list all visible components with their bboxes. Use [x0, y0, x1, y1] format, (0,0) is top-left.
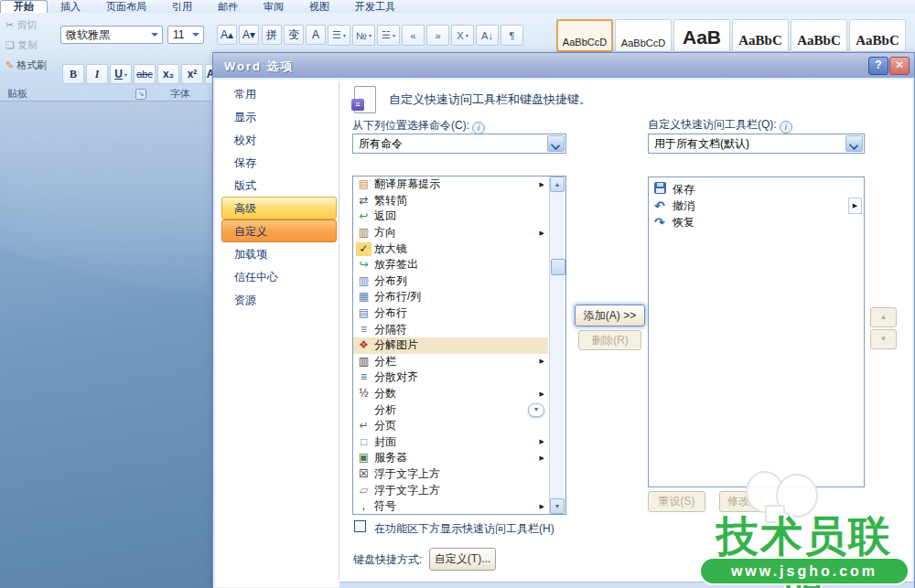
command-item[interactable]: ▥ 方向 ▶ ▼	[353, 225, 548, 241]
font-size-button[interactable]: A▴	[217, 25, 237, 45]
customize-shortcuts-button[interactable]: 自定义(T)...	[429, 548, 496, 571]
paragraph-button[interactable]: A↓▾	[476, 25, 499, 46]
paragraph-button[interactable]: X▾	[451, 25, 474, 46]
ribbon-tab[interactable]: 开始	[0, 0, 48, 13]
scroll-down-icon[interactable]: ▼	[550, 498, 565, 514]
sidebar-item[interactable]: 显示	[221, 105, 337, 128]
paragraph-button[interactable]: №▾	[352, 25, 375, 46]
move-up-button[interactable]: ▲	[870, 307, 897, 327]
qat-listbox[interactable]: 保存 ▶ ↶ 撤消 ▶ ↷ 恢复 ▶	[648, 176, 865, 487]
sidebar-item[interactable]: 校对	[221, 128, 337, 151]
flyout-button[interactable]: ▼	[528, 403, 544, 417]
asian-format-button[interactable]: A	[306, 25, 326, 45]
commands-listbox[interactable]: ▤ 翻译屏幕提示 ▶ ▼ ⇄ 繁转简 ▶ ▼ ↩ 返	[352, 176, 566, 515]
command-item[interactable]: , 符号 ▶ ▼	[353, 498, 548, 515]
sidebar-item[interactable]: 保存	[221, 151, 337, 174]
add-button[interactable]: 添加(A) >>	[575, 305, 645, 326]
style-thumbnail[interactable]: AaB	[673, 19, 730, 52]
ribbon-tab[interactable]: 引用	[159, 1, 205, 13]
command-item[interactable]: ≡ 分散对齐 ▶ ▼	[353, 369, 548, 386]
command-item[interactable]: ☒ 浮于文字上方 ▶ ▼	[353, 466, 548, 483]
command-item[interactable]: ↪ 放弃签出 ▶ ▼	[353, 257, 548, 273]
qat-scope-combobox[interactable]: 用于所有文档(默认)	[648, 134, 865, 154]
format-button[interactable]: abc▾	[134, 64, 156, 84]
close-button[interactable]: ✕	[889, 57, 910, 75]
qat-item[interactable]: ↶ 撤消 ▶	[649, 198, 864, 214]
show-qat-below-ribbon-checkbox[interactable]	[354, 520, 366, 532]
chevron-down-icon[interactable]	[845, 135, 863, 152]
command-item[interactable]: ↵ 分页 ▶ ▼	[353, 418, 548, 434]
cut-button[interactable]: ✂剪切	[5, 18, 37, 32]
ribbon-tab[interactable]: 开发工具	[342, 1, 408, 13]
ribbon-tab[interactable]: 插入	[48, 1, 93, 13]
font-size-combobox[interactable]: 11	[167, 26, 204, 44]
command-item[interactable]: ✓ 放大镜 ▶ ▼	[353, 241, 548, 257]
ribbon-tab[interactable]: 视图	[296, 1, 342, 13]
sidebar-item[interactable]: 高级	[221, 197, 337, 219]
clipboard-dialog-launcher-icon[interactable]: ↘	[135, 89, 146, 100]
scrollbar-thumb[interactable]	[551, 259, 565, 275]
chevron-down-icon[interactable]: ▾	[343, 32, 346, 38]
command-item[interactable]: ▣ 服务器 ▶ ▼	[353, 450, 548, 466]
command-item[interactable]: ½ 分数 ▶ ▼	[353, 386, 548, 402]
paragraph-button[interactable]: ☰▾	[328, 25, 350, 46]
paragraph-button[interactable]: «▾	[402, 25, 425, 46]
format-button[interactable]: B▾	[62, 64, 84, 84]
style-thumbnail[interactable]: AaBbCcD	[615, 19, 672, 52]
command-item[interactable]: ▤ 分布行 ▶ ▼	[353, 305, 548, 322]
info-icon[interactable]: i	[780, 121, 792, 134]
chevron-down-icon[interactable]: ▾	[393, 32, 395, 38]
sidebar-item[interactable]: 常用	[221, 82, 337, 105]
paragraph-button[interactable]: ☱▾	[377, 25, 400, 46]
paragraph-button[interactable]: »▾	[426, 25, 449, 46]
command-item[interactable]: ▦ 分布行/列 ▶ ▼	[353, 289, 548, 305]
help-button[interactable]: ?	[868, 57, 888, 75]
command-item[interactable]: ⇄ 繁转简 ▶ ▼	[353, 193, 548, 209]
chevron-down-icon[interactable]	[151, 33, 158, 37]
ribbon-tab[interactable]: 邮件	[205, 1, 251, 13]
style-thumbnail[interactable]: AaBbCcD	[556, 19, 613, 52]
command-item[interactable]: 分析 ▶ ▼	[353, 401, 548, 418]
style-thumbnail[interactable]: AaBbC	[732, 19, 789, 52]
asian-format-button[interactable]: 拼	[262, 25, 282, 45]
remove-button[interactable]: 删除(R)	[578, 330, 641, 350]
command-item[interactable]: ▥ 分栏 ▶ ▼	[353, 354, 548, 370]
move-down-button[interactable]: ▼	[870, 329, 897, 349]
chevron-down-icon[interactable]	[547, 135, 565, 152]
command-item[interactable]: ↩ 返回 ▶ ▼	[353, 208, 548, 225]
info-icon[interactable]: i	[472, 122, 485, 134]
paragraph-button[interactable]: ¶▾	[501, 25, 523, 46]
sidebar-item[interactable]: 自定义	[221, 219, 337, 242]
sidebar-item[interactable]: 加载项	[221, 242, 337, 265]
reset-button[interactable]: 重设(S)	[648, 491, 705, 512]
chevron-down-icon[interactable]: ▾	[124, 71, 127, 78]
commands-scrollbar[interactable]: ▲ ▼	[549, 176, 565, 514]
format-button[interactable]: U▾	[110, 64, 132, 84]
command-item[interactable]: ▥ 分布列 ▶ ▼	[353, 273, 548, 290]
sidebar-item[interactable]: 信任中心	[221, 265, 337, 288]
chevron-down-icon[interactable]: ▾	[466, 32, 468, 38]
command-item[interactable]: ▱ 浮于文字上方 ▶ ▼	[353, 482, 548, 498]
format-button[interactable]: x₂▾	[157, 64, 179, 84]
asian-format-button[interactable]: 变	[284, 25, 304, 45]
style-thumbnail[interactable]: AaBbC	[791, 19, 847, 52]
submenu-arrow-icon[interactable]: ▶	[848, 198, 862, 214]
style-thumbnail[interactable]: AaBbC	[849, 19, 906, 52]
font-size-button[interactable]: A▾	[239, 25, 259, 45]
choose-commands-combobox[interactable]: 所有命令	[352, 134, 566, 154]
qat-item[interactable]: ↷ 恢复 ▶	[649, 214, 864, 230]
scroll-up-icon[interactable]: ▲	[550, 176, 565, 192]
format-painter-button[interactable]: ✎格式刷	[5, 59, 47, 72]
qat-item[interactable]: 保存 ▶	[649, 181, 864, 198]
sidebar-item[interactable]: 版式	[221, 174, 337, 197]
command-item[interactable]: □ 封面 ▶ ▼	[353, 434, 548, 451]
command-item[interactable]: ❖ 分解图片 ▶ ▼	[353, 337, 548, 354]
format-button[interactable]: x²▾	[181, 64, 203, 84]
font-name-combobox[interactable]: 微软雅黑	[60, 26, 163, 44]
command-item[interactable]: ▤ 翻译屏幕提示 ▶ ▼	[353, 176, 548, 193]
copy-button[interactable]: ❏复制	[5, 38, 38, 52]
sidebar-item[interactable]: 资源	[221, 288, 337, 311]
chevron-down-icon[interactable]: ▾	[369, 32, 371, 38]
command-item[interactable]: ≡ 分隔符 ▶ ▼	[353, 321, 548, 337]
format-button[interactable]: I▾	[86, 64, 108, 84]
